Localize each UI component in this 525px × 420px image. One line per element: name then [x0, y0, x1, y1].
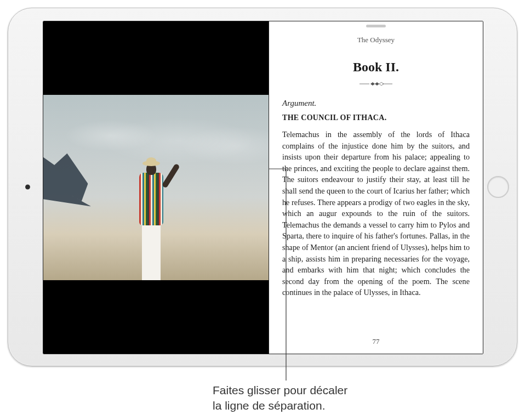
- ornament-icon: [282, 79, 470, 89]
- ipad-screen: The Odyssey Book II. Argument. THE COUNC…: [43, 21, 483, 354]
- argument-label: Argument.: [282, 99, 470, 108]
- photo-image: [43, 95, 269, 280]
- photo-cape: [43, 141, 91, 222]
- callout-line-1: Faites glisser pour décaler: [213, 384, 347, 396]
- book-title: The Odyssey: [282, 36, 470, 44]
- callout-text: Faites glisser pour décaler la ligne de …: [213, 383, 347, 414]
- right-app-books[interactable]: The Odyssey Book II. Argument. THE COUNC…: [269, 21, 483, 354]
- front-camera: [25, 185, 30, 190]
- photo-figure: [129, 151, 173, 280]
- page-number: 77: [269, 337, 483, 346]
- left-app-photos[interactable]: [43, 21, 269, 354]
- body-text: Telemachus in the assembly of the lords …: [282, 129, 470, 298]
- drag-handle[interactable]: [366, 25, 386, 27]
- chapter-title: Book II.: [282, 60, 470, 75]
- section-subtitle: THE COUNCIL OF ITHACA.: [282, 113, 470, 122]
- ipad-frame: The Odyssey Book II. Argument. THE COUNC…: [8, 8, 517, 366]
- home-button[interactable]: [487, 176, 509, 198]
- callout-line-2: la ligne de séparation.: [213, 399, 325, 412]
